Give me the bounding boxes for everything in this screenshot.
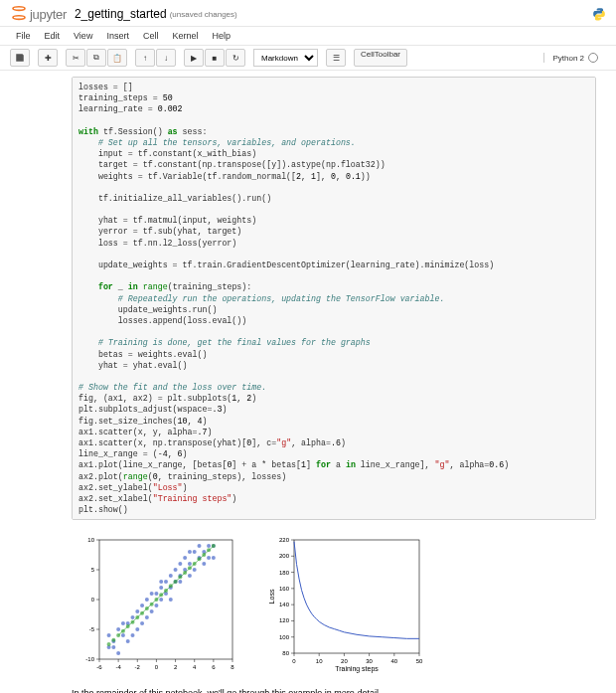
paste-button[interactable]: 📋 bbox=[107, 49, 127, 67]
svg-point-73 bbox=[188, 550, 192, 554]
move-up-button[interactable]: ↑ bbox=[135, 49, 155, 67]
svg-point-56 bbox=[178, 580, 182, 584]
python-icon bbox=[592, 7, 606, 21]
svg-point-88 bbox=[145, 606, 149, 610]
svg-point-90 bbox=[154, 598, 158, 602]
svg-point-95 bbox=[178, 576, 182, 580]
svg-point-45 bbox=[154, 592, 158, 596]
cell-type-select[interactable]: Markdown bbox=[253, 49, 318, 67]
svg-point-75 bbox=[111, 645, 115, 649]
loss-chart: 0102030405080100120140160180200220Traini… bbox=[266, 534, 425, 673]
svg-text:10: 10 bbox=[316, 658, 323, 664]
celltoolbar-button[interactable]: CellToolbar bbox=[354, 49, 407, 67]
toolbar: ✚ ✂ ⧉ 📋 ↑ ↓ ▶ ■ ↻ Markdown ☰ CellToolbar… bbox=[0, 46, 616, 71]
svg-text:30: 30 bbox=[366, 658, 373, 664]
svg-point-0 bbox=[13, 7, 25, 11]
svg-point-82 bbox=[116, 633, 120, 637]
svg-point-48 bbox=[159, 598, 163, 602]
notebook-header: jupyter 2_getting_started (unsaved chang… bbox=[0, 0, 616, 27]
svg-text:6: 6 bbox=[212, 664, 216, 670]
svg-point-58 bbox=[183, 556, 187, 560]
kernel-indicator: Python 2 bbox=[543, 53, 606, 63]
svg-point-34 bbox=[121, 633, 125, 637]
menu-kernel[interactable]: Kernel bbox=[166, 29, 204, 43]
svg-point-84 bbox=[126, 624, 130, 628]
svg-text:20: 20 bbox=[341, 658, 348, 664]
svg-point-38 bbox=[135, 609, 139, 613]
svg-text:-6: -6 bbox=[96, 664, 102, 670]
svg-text:Training steps: Training steps bbox=[335, 665, 379, 673]
output-cell: -6-4-202468-10-50510 0102030405080100120… bbox=[20, 528, 596, 679]
svg-point-59 bbox=[188, 562, 192, 566]
svg-point-60 bbox=[188, 574, 192, 578]
move-down-button[interactable]: ↓ bbox=[156, 49, 176, 67]
svg-text:200: 200 bbox=[279, 554, 290, 560]
save-button[interactable] bbox=[10, 49, 30, 67]
svg-point-94 bbox=[174, 580, 178, 584]
copy-button[interactable]: ⧉ bbox=[86, 49, 106, 67]
svg-point-86 bbox=[135, 615, 139, 619]
svg-point-93 bbox=[169, 585, 173, 589]
svg-text:0: 0 bbox=[155, 664, 159, 670]
svg-point-79 bbox=[212, 556, 216, 560]
svg-point-85 bbox=[131, 620, 135, 624]
svg-point-68 bbox=[131, 633, 135, 637]
code-cell-body: losses = [] training_steps = 50 learning… bbox=[72, 77, 596, 520]
svg-text:8: 8 bbox=[231, 664, 234, 670]
kernel-status-icon bbox=[588, 53, 598, 63]
menu-view[interactable]: View bbox=[68, 29, 98, 43]
svg-point-69 bbox=[140, 621, 144, 625]
markdown-cell[interactable]: In the remainder of this notebook, we'll… bbox=[20, 687, 596, 693]
svg-point-77 bbox=[207, 544, 211, 548]
code-editor[interactable]: losses = [] training_steps = 50 learning… bbox=[73, 78, 595, 519]
command-palette-button[interactable]: ☰ bbox=[326, 49, 346, 67]
svg-point-102 bbox=[212, 544, 216, 548]
svg-point-40 bbox=[140, 604, 144, 607]
interrupt-button[interactable]: ■ bbox=[205, 49, 225, 67]
svg-text:0: 0 bbox=[91, 597, 95, 603]
svg-text:100: 100 bbox=[279, 634, 290, 640]
svg-point-99 bbox=[198, 558, 202, 562]
svg-text:-5: -5 bbox=[89, 626, 95, 632]
markdown-p1: In the remainder of this notebook, we'll… bbox=[72, 687, 596, 693]
svg-point-62 bbox=[193, 568, 197, 572]
svg-text:220: 220 bbox=[279, 537, 290, 543]
svg-point-61 bbox=[193, 550, 197, 554]
menu-edit[interactable]: Edit bbox=[39, 29, 67, 43]
svg-text:4: 4 bbox=[193, 664, 197, 670]
svg-point-47 bbox=[159, 586, 163, 590]
svg-text:-4: -4 bbox=[115, 664, 121, 670]
svg-point-97 bbox=[188, 567, 192, 571]
restart-button[interactable]: ↻ bbox=[226, 49, 245, 67]
svg-text:Loss: Loss bbox=[268, 589, 275, 604]
svg-text:-10: -10 bbox=[85, 656, 94, 662]
scatter-chart: -6-4-202468-10-50510 bbox=[77, 534, 236, 673]
svg-point-46 bbox=[154, 604, 158, 607]
svg-point-36 bbox=[126, 639, 130, 643]
svg-point-66 bbox=[202, 562, 206, 566]
svg-point-87 bbox=[140, 611, 144, 615]
menu-file[interactable]: File bbox=[10, 29, 37, 43]
code-cell[interactable]: losses = [] training_steps = 50 learning… bbox=[20, 77, 596, 520]
svg-rect-103 bbox=[294, 540, 419, 653]
svg-point-55 bbox=[178, 562, 182, 566]
menu-help[interactable]: Help bbox=[206, 29, 236, 43]
svg-point-80 bbox=[107, 642, 111, 646]
run-button[interactable]: ▶ bbox=[184, 49, 204, 67]
svg-point-101 bbox=[207, 549, 211, 553]
jupyter-icon bbox=[10, 4, 28, 24]
add-cell-button[interactable]: ✚ bbox=[38, 49, 58, 67]
menubar: File Edit View Insert Cell Kernel Help bbox=[0, 27, 616, 46]
cut-button[interactable]: ✂ bbox=[66, 49, 85, 67]
menu-cell[interactable]: Cell bbox=[137, 29, 165, 43]
svg-point-33 bbox=[116, 627, 120, 631]
svg-point-37 bbox=[131, 615, 135, 619]
output-area: -6-4-202468-10-50510 0102030405080100120… bbox=[72, 528, 596, 679]
notebook-title[interactable]: 2_getting_started bbox=[75, 7, 167, 21]
jupyter-logo[interactable]: jupyter bbox=[10, 4, 67, 24]
svg-text:10: 10 bbox=[87, 537, 94, 543]
menu-insert[interactable]: Insert bbox=[100, 29, 135, 43]
svg-point-81 bbox=[111, 638, 115, 642]
svg-point-67 bbox=[121, 621, 125, 625]
svg-point-74 bbox=[107, 633, 111, 637]
